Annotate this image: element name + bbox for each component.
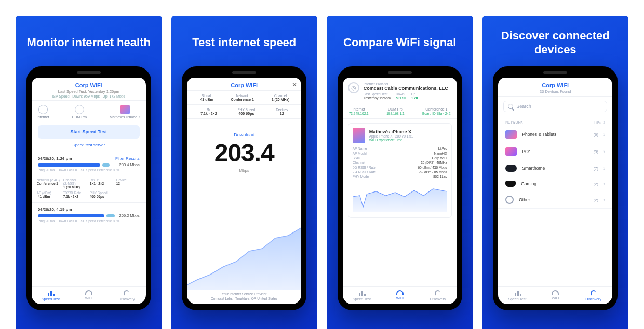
tab-speed-test[interactable]: Speed Test bbox=[343, 287, 381, 304]
node-label: Internet bbox=[37, 115, 49, 119]
path-connector bbox=[89, 112, 108, 112]
tab-label: Speed Test bbox=[42, 297, 60, 301]
speed-test-icon bbox=[358, 290, 365, 296]
phone-icon bbox=[120, 105, 130, 114]
isp-note: Your Internet Service Provider Comcast L… bbox=[187, 290, 301, 304]
tab-discovery[interactable]: Discovery bbox=[419, 287, 457, 304]
wifi-name: Corp WiFi bbox=[36, 82, 142, 88]
section-header: NETWORK LitPro › bbox=[498, 116, 612, 126]
tab-wifi[interactable]: WiFi bbox=[70, 287, 108, 304]
device-category-row[interactable]: – Other (2) › bbox=[498, 191, 612, 209]
speed-test-icon bbox=[47, 290, 54, 296]
gaming-icon bbox=[505, 181, 516, 187]
category-name: PCs bbox=[522, 149, 586, 154]
tab-bar: Speed Test WiFi Discovery bbox=[498, 286, 612, 304]
close-icon[interactable]: ✕ bbox=[292, 81, 297, 88]
isp-card: ◎ Internet Provider Comcast Cable Commun… bbox=[343, 78, 457, 104]
phones-tablets-icon bbox=[505, 130, 517, 139]
screen-header: Corp WiFi 30 Devices Found bbox=[498, 78, 612, 97]
result-value: 206.2 Mbps bbox=[119, 213, 140, 218]
node-device: Mathew's iPhone X bbox=[110, 105, 141, 119]
download-speed-value: 203.4 bbox=[187, 139, 301, 167]
wifi-icon bbox=[396, 290, 404, 295]
path-connector bbox=[51, 112, 70, 112]
tab-bar: Speed Test WiFi Discovery bbox=[32, 286, 146, 304]
panel-title: Compare WiFi signal bbox=[343, 28, 456, 57]
speed-result[interactable]: 06/20/20, 1:26 pm Filter Results 203.4 M… bbox=[32, 153, 146, 175]
device-category-row[interactable]: Smarthome (7) › bbox=[498, 160, 612, 176]
screen-speed-test: Corp WiFi ✕ Signal-41 dBm NetworkConfere… bbox=[187, 78, 301, 304]
device-category-row[interactable]: Gaming (2) › bbox=[498, 176, 612, 191]
result-timestamp: 06/20/20, 4:19 pm bbox=[38, 207, 72, 212]
download-bar bbox=[38, 214, 104, 217]
device-category-row[interactable]: Phones & Tablets (6) › bbox=[498, 126, 612, 143]
router-icon bbox=[75, 105, 84, 114]
upload-bar bbox=[102, 163, 110, 167]
category-count: (2) bbox=[594, 198, 598, 202]
isp-name: Comcast Cable Communications, LLC bbox=[364, 86, 452, 91]
device-name: Mathew's iPhone X bbox=[369, 129, 413, 134]
result-bars: 203.4 Mbps bbox=[38, 162, 140, 167]
result-bars: 206.2 Mbps bbox=[38, 213, 140, 218]
result-meta: Ping 20 ms · Down Loss 0 · ISP Speed Per… bbox=[38, 219, 140, 223]
isp-note-value: Comcast Labs · Troutdale, OR United Stat… bbox=[187, 297, 301, 301]
category-count: (2) bbox=[594, 182, 598, 186]
globe-icon bbox=[38, 105, 48, 114]
pcs-icon bbox=[505, 147, 517, 156]
filter-results-link[interactable]: Filter Results bbox=[115, 156, 140, 161]
tab-wifi[interactable]: WiFi bbox=[381, 287, 419, 304]
screen-header: Corp WiFi ✕ bbox=[187, 78, 301, 91]
speed-chart bbox=[187, 173, 301, 290]
result-timestamp: 06/20/20, 1:26 pm bbox=[38, 156, 72, 161]
node-router: UDM Pro bbox=[72, 105, 87, 119]
category-name: Gaming bbox=[521, 181, 586, 186]
upload-bar bbox=[106, 214, 115, 217]
chevron-right-icon[interactable]: › bbox=[603, 119, 605, 125]
node-label: Mathew's iPhone X bbox=[110, 115, 141, 119]
choose-server-link[interactable]: Speed test server bbox=[32, 143, 146, 147]
tab-wifi[interactable]: WiFi bbox=[536, 287, 574, 304]
search-placeholder: Search bbox=[516, 104, 531, 109]
isp-note-title: Your Internet Service Provider bbox=[187, 292, 301, 296]
section-network-name: LitPro bbox=[594, 121, 602, 125]
discovery-icon bbox=[124, 290, 130, 296]
screen-monitor: Corp WiFi Last Speed Test: Yesterday 1:2… bbox=[32, 78, 146, 304]
result-meta: Ping 20 ms · Down Loss 0 · ISP Speed Per… bbox=[38, 168, 140, 172]
panel-compare-wifi: Compare WiFi signal ◎ Internet Provider … bbox=[327, 16, 473, 329]
panel-monitor-health: Monitor internet health Corp WiFi Last S… bbox=[16, 16, 162, 329]
chevron-right-icon: › bbox=[603, 149, 605, 155]
tab-speed-test[interactable]: Speed Test bbox=[498, 287, 536, 304]
wifi-icon bbox=[552, 290, 559, 295]
isp-logo-icon: ◎ bbox=[348, 82, 359, 93]
section-label: NETWORK bbox=[505, 120, 522, 124]
chevron-right-icon: › bbox=[603, 197, 605, 203]
tab-discovery[interactable]: Discovery bbox=[108, 287, 145, 304]
search-input[interactable]: Search bbox=[503, 101, 607, 112]
download-bar bbox=[38, 163, 100, 167]
speed-result[interactable]: 06/20/20, 4:19 pm 206.2 Mbps Ping 20 ms … bbox=[32, 204, 146, 226]
category-count: (7) bbox=[594, 166, 598, 171]
device-category-row[interactable]: PCs (3) › bbox=[498, 143, 612, 160]
ip-row: Internet73.249.102.1 UDM Pro192.168.1.1 … bbox=[343, 104, 457, 119]
result-value: 203.4 Mbps bbox=[119, 162, 140, 167]
phone-speaker bbox=[388, 71, 412, 74]
chevron-right-icon: › bbox=[603, 132, 605, 138]
chevron-right-icon: › bbox=[603, 181, 605, 187]
start-speed-test-button[interactable]: Start Speed Test bbox=[38, 125, 140, 139]
category-name: Phones & Tablets bbox=[522, 132, 586, 137]
panel-title: Discover connected devices bbox=[488, 28, 624, 57]
tab-speed-test[interactable]: Speed Test bbox=[32, 287, 70, 304]
area-chart-icon bbox=[187, 217, 301, 290]
chevron-right-icon: › bbox=[603, 166, 605, 171]
app-store-screenshots: Monitor internet health Corp WiFi Last S… bbox=[10, 10, 634, 329]
tab-discovery[interactable]: Discovery bbox=[574, 287, 612, 304]
tab-label: Speed Test bbox=[508, 297, 526, 301]
category-count: (3) bbox=[594, 149, 598, 154]
phone-mockup: ◎ Internet Provider Comcast Cable Commun… bbox=[338, 66, 462, 310]
device-card[interactable]: Mathew's iPhone X Apple iPhone X · 209.7… bbox=[348, 123, 452, 218]
divider bbox=[32, 202, 146, 203]
phone-speaker bbox=[232, 71, 256, 74]
summary-line: ISP Speed | Down: 959 Mbps | Up: 172 Mbp… bbox=[36, 94, 142, 98]
download-label: Download bbox=[187, 132, 301, 138]
wifi-experience: WiFi Experience: 96% bbox=[369, 138, 413, 142]
